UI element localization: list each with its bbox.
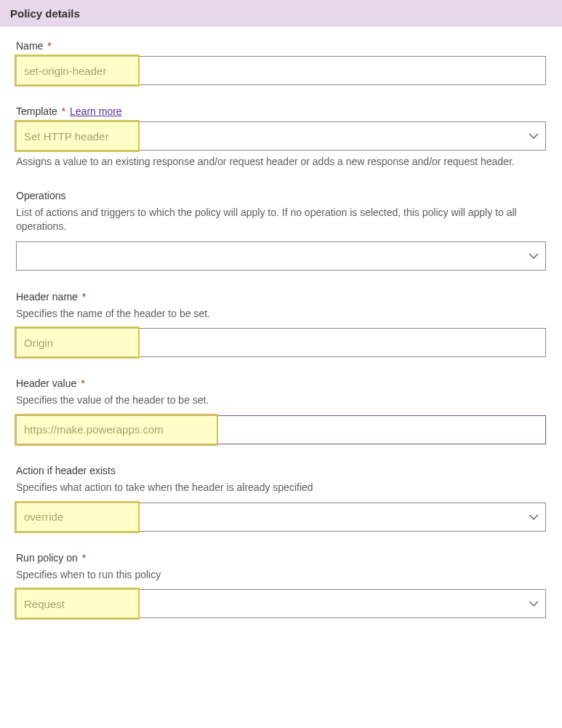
header-value-desc: Specifies the value of the header to be … xyxy=(16,393,546,408)
run-on-label: Run policy on * xyxy=(16,552,546,564)
field-operations: Operations List of actions and triggers … xyxy=(16,190,546,271)
required-indicator: * xyxy=(62,105,65,117)
field-name: Name * xyxy=(16,40,546,85)
header-name-input[interactable] xyxy=(16,328,546,357)
required-indicator: * xyxy=(47,40,51,52)
template-select[interactable] xyxy=(16,121,546,151)
header-name-label: Header name * xyxy=(16,291,546,303)
run-on-select[interactable] xyxy=(16,589,546,618)
header-value-label: Header value * xyxy=(16,377,546,389)
field-action-if-exists: Action if header exists Specifies what a… xyxy=(16,465,546,532)
name-label-text: Name xyxy=(16,40,43,52)
section-header: Policy details xyxy=(0,0,562,27)
field-header-name: Header name * Specifies the name of the … xyxy=(16,291,546,358)
header-value-label-text: Header value xyxy=(16,377,76,389)
run-on-desc: Specifies when to run this policy xyxy=(16,568,546,583)
name-label: Name * xyxy=(16,40,546,52)
required-indicator: * xyxy=(82,552,86,564)
field-run-on: Run policy on * Specifies when to run th… xyxy=(16,552,546,619)
field-header-value: Header value * Specifies the value of th… xyxy=(16,377,546,444)
header-value-input[interactable] xyxy=(16,415,546,444)
policy-form: Name * Template * Learn more Assigns a v… xyxy=(0,27,562,640)
header-name-desc: Specifies the name of the header to be s… xyxy=(16,307,546,321)
run-on-label-text: Run policy on xyxy=(16,552,78,564)
field-template: Template * Learn more Assigns a value to… xyxy=(16,105,546,169)
operations-select[interactable] xyxy=(16,241,546,271)
operations-desc: List of actions and triggers to which th… xyxy=(16,206,546,234)
action-if-exists-select[interactable] xyxy=(16,503,546,532)
operations-label: Operations xyxy=(16,190,546,201)
header-name-label-text: Header name xyxy=(16,291,78,303)
required-indicator: * xyxy=(82,291,86,303)
template-label: Template * Learn more xyxy=(16,105,546,117)
action-if-exists-desc: Specifies what action to take when the h… xyxy=(16,481,546,495)
name-input[interactable] xyxy=(16,56,546,85)
template-label-text: Template xyxy=(16,105,57,117)
learn-more-link[interactable]: Learn more xyxy=(70,105,122,117)
action-if-exists-label: Action if header exists xyxy=(16,465,546,476)
section-title: Policy details xyxy=(10,7,80,20)
template-help-text: Assigns a value to an existing response … xyxy=(16,155,546,169)
required-indicator: * xyxy=(81,377,84,389)
